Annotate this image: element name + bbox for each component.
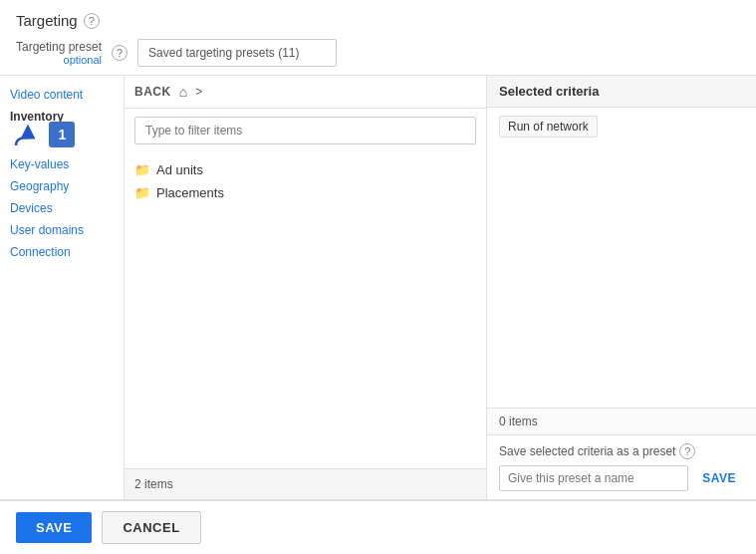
breadcrumb-sep: > — [195, 85, 202, 99]
folder-icon: 📁 — [134, 162, 150, 177]
bottom-bar: SAVE CANCEL — [0, 499, 756, 554]
page-title: Targeting — [16, 12, 78, 29]
sidebar-item-video-content[interactable]: Video content — [10, 88, 114, 102]
preset-label-group: Targeting preset optional — [16, 40, 102, 66]
targeting-header: Targeting ? — [16, 12, 740, 29]
save-preset-section: Save selected criteria as a preset ? SAV… — [487, 434, 756, 499]
cancel-button[interactable]: CANCEL — [102, 511, 200, 544]
sidebar: Video content Inventory 1 — [0, 76, 125, 499]
back-button[interactable]: BACK — [134, 85, 171, 99]
sidebar-item-inventory[interactable]: Inventory 1 — [10, 110, 114, 149]
items-list: 📁 Ad units 📁 Placements — [125, 152, 486, 468]
page-wrapper: Targeting ? Targeting preset optional ? … — [0, 0, 756, 554]
sidebar-item-geography[interactable]: Geography — [10, 179, 114, 193]
item-label-ad-units: Ad units — [156, 162, 203, 177]
selected-items-list: Run of network — [487, 108, 756, 408]
selected-item-tag: Run of network — [499, 116, 598, 138]
save-preset-button[interactable]: SAVE — [694, 466, 744, 490]
save-button[interactable]: SAVE — [16, 512, 92, 543]
selected-criteria-header: Selected criteria — [487, 76, 756, 108]
items-count: 2 items — [125, 468, 486, 499]
preset-optional: optional — [64, 54, 103, 66]
preset-dropdown[interactable]: Saved targeting presets (11) — [137, 39, 337, 67]
list-item[interactable]: 📁 Ad units — [134, 158, 476, 181]
save-preset-text: Save selected criteria as a preset — [499, 444, 675, 458]
panel-nav: BACK ⌂ > — [125, 76, 486, 109]
filter-input[interactable] — [134, 117, 476, 144]
preset-name-input[interactable] — [499, 465, 688, 491]
home-icon[interactable]: ⌂ — [179, 84, 187, 100]
item-label-placements: Placements — [156, 185, 224, 200]
center-panel: BACK ⌂ > 📁 Ad units 📁 Placements 2 items — [125, 76, 487, 499]
preset-label: Targeting preset — [16, 40, 102, 54]
targeting-help-icon[interactable]: ? — [84, 13, 100, 29]
preset-name-row: SAVE — [499, 465, 744, 491]
folder-icon: 📁 — [134, 185, 150, 200]
top-bar: Targeting ? Targeting preset optional ? … — [0, 0, 756, 76]
sidebar-item-user-domains[interactable]: User domains — [10, 223, 114, 237]
preset-help-icon[interactable]: ? — [112, 45, 127, 61]
selected-items-count: 0 items — [487, 408, 756, 434]
preset-row: Targeting preset optional ? Saved target… — [16, 39, 740, 67]
list-item[interactable]: 📁 Placements — [134, 181, 476, 204]
right-panel: Selected criteria Run of network 0 items… — [487, 76, 756, 499]
badge-1: 1 — [49, 122, 75, 147]
sidebar-item-connection[interactable]: Connection — [10, 245, 114, 259]
save-preset-label: Save selected criteria as a preset ? — [499, 443, 744, 459]
arrow-icon — [14, 128, 42, 149]
sidebar-item-devices[interactable]: Devices — [10, 201, 114, 215]
main-content: Video content Inventory 1 — [0, 76, 756, 499]
save-preset-help-icon[interactable]: ? — [679, 443, 695, 459]
sidebar-item-key-values[interactable]: Key-values — [10, 157, 114, 171]
